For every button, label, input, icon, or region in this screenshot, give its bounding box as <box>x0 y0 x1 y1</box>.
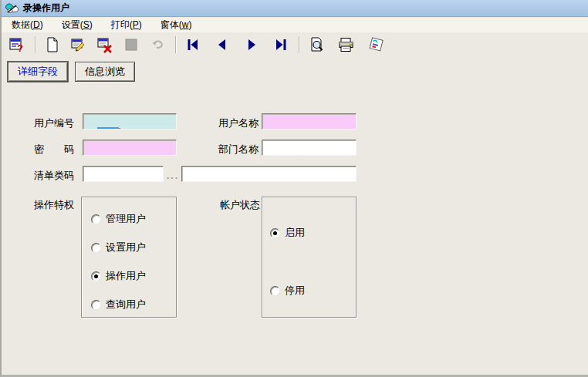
print-button[interactable] <box>335 35 357 55</box>
toolbar: ? <box>2 32 588 57</box>
prior-record-icon <box>214 36 231 53</box>
prior-record-button[interactable] <box>211 35 233 55</box>
list-name-value: 业务模块清单 <box>196 180 256 182</box>
radio-enable[interactable]: 启用 <box>270 226 305 240</box>
new-record-icon <box>44 36 61 53</box>
delete-record-button[interactable] <box>94 35 116 55</box>
user-name-label: 用户名称 <box>218 116 259 130</box>
radio-disable[interactable]: 停用 <box>270 284 305 298</box>
toolbar-separator <box>35 36 35 53</box>
tab-detail-fields[interactable]: 详细字段 <box>8 62 68 82</box>
svg-text:?: ? <box>17 42 23 53</box>
exit-icon <box>368 36 385 53</box>
undo-button[interactable] <box>147 35 168 55</box>
user-name-value: 仓库1 <box>276 128 302 130</box>
lookup-ellipsis-button[interactable]: ... <box>167 170 179 181</box>
radio-operate-user[interactable]: 操作用户 <box>91 269 146 283</box>
account-status-group-label: 帐户状态 <box>220 198 260 212</box>
menu-window[interactable]: 窗体(w) <box>156 17 197 33</box>
radio-query-user[interactable]: 查询用户 <box>91 298 146 311</box>
form-help-button[interactable]: ? <box>6 35 28 55</box>
tab-info-browse[interactable]: 信息浏览 <box>75 62 135 82</box>
privilege-groupbox: 管理用户 设置用户 操作用户 查询用户 <box>81 197 177 318</box>
radio-setup-user[interactable]: 设置用户 <box>91 241 146 254</box>
radio-circle <box>270 286 280 296</box>
user-id-field[interactable]: I101 <box>83 113 177 130</box>
list-code-value: 1 <box>153 180 158 182</box>
title-bar[interactable]: 录操作用户 <box>2 0 588 17</box>
dept-name-field[interactable]: 仓储部 <box>262 140 357 156</box>
menu-settings[interactable]: 设置(S) <box>57 17 97 33</box>
user-name-field[interactable]: 仓库1 <box>262 113 357 130</box>
application-window: 录操作用户 数据(D) 设置(S) 打印(P) 窗体(w) ? <box>0 0 588 377</box>
toolbar-separator <box>175 36 176 53</box>
undo-icon-disabled <box>149 36 166 53</box>
radio-circle <box>91 214 101 224</box>
toolbar-separator <box>299 36 299 53</box>
text-caret <box>119 128 120 130</box>
menu-data[interactable]: 数据(D) <box>7 17 48 33</box>
print-preview-icon <box>308 36 325 53</box>
list-code-label: 清单类码 <box>34 169 74 183</box>
save-record-icon-disabled <box>123 36 140 53</box>
edit-record-button[interactable] <box>68 35 90 55</box>
password-label: 密 码 <box>34 143 74 157</box>
password-field[interactable]: ******** <box>83 140 177 156</box>
radio-circle <box>91 243 101 253</box>
exit-button[interactable] <box>366 35 387 55</box>
menu-print[interactable]: 打印(P) <box>106 17 147 33</box>
list-name-field[interactable]: 业务模块清单 <box>181 166 357 182</box>
form-help-icon: ? <box>8 36 25 53</box>
password-value: ******** <box>97 153 128 156</box>
window-title: 录操作用户 <box>23 2 69 15</box>
dept-name-value: 仓储部 <box>276 154 306 156</box>
butterfly-icon <box>5 2 19 15</box>
user-id-label: 用户编号 <box>34 116 74 130</box>
print-icon <box>337 36 354 53</box>
next-record-button[interactable] <box>241 35 262 55</box>
next-record-icon <box>243 36 260 53</box>
menu-bar: 数据(D) 设置(S) 打印(P) 窗体(w) <box>2 18 588 32</box>
radio-circle <box>91 300 101 310</box>
print-preview-button[interactable] <box>306 35 327 55</box>
first-record-button[interactable] <box>182 35 204 55</box>
user-id-value: I101 <box>97 127 118 130</box>
radio-manage-user[interactable]: 管理用户 <box>91 212 146 226</box>
dept-name-label: 部门名称 <box>218 143 259 157</box>
list-code-field[interactable]: 1 <box>83 166 164 182</box>
account-status-groupbox: 启用 停用 <box>262 197 357 318</box>
edit-record-icon <box>70 36 87 53</box>
last-record-button[interactable] <box>270 35 292 55</box>
radio-circle-checked <box>91 271 101 281</box>
radio-circle-checked <box>270 228 280 238</box>
delete-record-icon <box>96 36 113 53</box>
save-record-button[interactable] <box>120 35 142 55</box>
new-record-button[interactable] <box>42 35 63 55</box>
tab-bar: 详细字段 信息浏览 <box>8 62 142 82</box>
first-record-icon <box>184 36 201 53</box>
privilege-group-label: 操作特权 <box>34 198 74 212</box>
last-record-icon <box>272 36 289 53</box>
